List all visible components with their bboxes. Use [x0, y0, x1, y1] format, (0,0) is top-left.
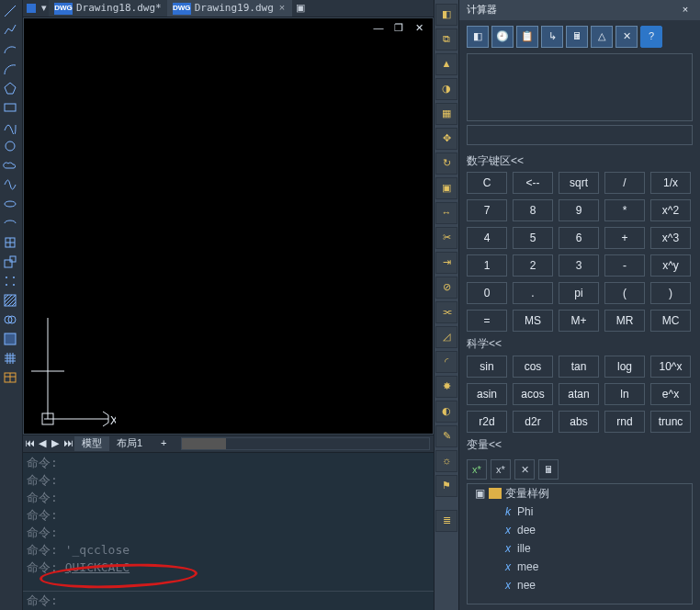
key-5[interactable]: 5 — [513, 227, 553, 249]
calc-help-icon[interactable]: ? — [640, 26, 662, 48]
ellipse-icon[interactable] — [0, 195, 20, 213]
paint-icon[interactable]: ✎ — [435, 425, 457, 447]
calculator-close-icon[interactable]: × — [678, 4, 693, 16]
calc-intersect-icon[interactable]: ✕ — [615, 26, 638, 48]
trim-icon[interactable]: ✂ — [435, 227, 457, 249]
key-trunc[interactable]: trunc — [650, 411, 691, 433]
key-6[interactable]: 6 — [559, 227, 599, 249]
calc-history-icon[interactable]: 🕘 — [491, 26, 514, 48]
key-log[interactable]: log — [604, 356, 645, 378]
key-M[interactable]: M+ — [559, 310, 599, 332]
key-8[interactable]: 8 — [513, 199, 553, 221]
key-9[interactable]: 9 — [559, 199, 599, 221]
var-item[interactable]: xille — [468, 539, 692, 558]
copy-icon[interactable]: ⧉ — [435, 28, 457, 51]
key-7[interactable]: 7 — [467, 199, 507, 221]
key-1[interactable]: 1 — [467, 254, 507, 277]
key-asin[interactable]: asin — [467, 383, 507, 405]
key-cos[interactable]: cos — [513, 356, 553, 378]
erase-icon[interactable]: ◧ — [435, 4, 457, 26]
key-acos[interactable]: acos — [513, 383, 553, 405]
var-edit-icon[interactable]: x* — [491, 459, 511, 480]
polygon-icon[interactable] — [0, 79, 20, 97]
key-0[interactable]: 0 — [467, 282, 507, 304]
tree-root[interactable]: ▣ 变量样例 — [468, 484, 692, 503]
close-icon[interactable]: ✕ — [411, 22, 427, 34]
key-x3[interactable]: x^3 — [650, 227, 691, 249]
key-d2r[interactable]: d2r — [513, 411, 553, 433]
key-sin[interactable]: sin — [467, 356, 507, 378]
key-C[interactable]: C — [467, 172, 507, 194]
key-[interactable]: <-- — [513, 172, 553, 194]
var-item[interactable]: kPhi — [468, 503, 692, 521]
key-r2d[interactable]: r2d — [467, 411, 507, 433]
light-icon[interactable]: ☼ — [435, 450, 457, 472]
key-xy[interactable]: x^y — [650, 254, 691, 277]
spline-icon[interactable] — [0, 118, 20, 136]
query-icon[interactable]: ⚑ — [435, 475, 457, 497]
horizontal-scrollbar[interactable] — [181, 437, 430, 450]
gradient-icon[interactable]: ◐ — [435, 401, 457, 423]
key-ln[interactable]: ln — [604, 383, 645, 405]
key-ex[interactable]: e^x — [650, 383, 691, 405]
array-icon[interactable]: ▦ — [435, 103, 457, 125]
line-icon[interactable] — [0, 2, 20, 20]
key-[interactable]: - — [604, 254, 645, 277]
spline2-icon[interactable] — [0, 175, 20, 194]
tab-dropdown-icon[interactable]: ▾ — [40, 2, 49, 14]
var-item[interactable]: xdee — [468, 521, 692, 539]
command-input[interactable] — [65, 593, 351, 608]
hatch-icon[interactable] — [0, 291, 20, 310]
arc-icon[interactable] — [0, 40, 20, 59]
calc-paste-icon[interactable]: 📋 — [516, 26, 538, 48]
calculator-header[interactable]: 计算器 × — [459, 0, 700, 20]
table-icon[interactable] — [0, 368, 20, 387]
collapse-icon[interactable]: ▣ — [475, 487, 485, 500]
rectangle-icon[interactable] — [0, 98, 20, 117]
close-tab-icon[interactable]: × — [277, 2, 287, 14]
key-x2[interactable]: x^2 — [650, 199, 691, 221]
nav-first-icon[interactable]: ⏮ — [23, 436, 36, 451]
key-tan[interactable]: tan — [559, 356, 599, 378]
stretch-icon[interactable]: ↔ — [435, 202, 457, 224]
layout1-tab[interactable]: 布局1 — [109, 436, 150, 450]
key-[interactable]: / — [604, 172, 645, 194]
extend-icon[interactable]: ⇥ — [435, 252, 457, 274]
key-MS[interactable]: MS — [513, 310, 553, 332]
var-delete-icon[interactable]: ✕ — [514, 459, 535, 480]
key-10x[interactable]: 10^x — [650, 356, 691, 378]
add-tab-button[interactable]: ▣ — [292, 2, 309, 14]
rotate-icon[interactable]: ↻ — [435, 152, 457, 175]
move-icon[interactable]: ✥ — [435, 128, 457, 150]
key-abs[interactable]: abs — [559, 411, 599, 433]
mirror-icon[interactable]: ▲ — [435, 53, 457, 75]
region-icon[interactable] — [0, 311, 20, 329]
grid-icon[interactable] — [0, 349, 20, 367]
var-item[interactable]: xnee — [468, 576, 692, 594]
restore-icon[interactable]: ❐ — [390, 22, 407, 34]
variables-tree[interactable]: ▣ 变量样例 kPhixdeexillexmeexnee — [467, 483, 693, 604]
file-tab-inactive[interactable]: DWG Drawing18.dwg* — [49, 0, 167, 17]
circle-icon[interactable] — [0, 137, 20, 155]
insert-icon[interactable] — [0, 253, 20, 271]
explode-icon[interactable]: ✸ — [435, 376, 457, 398]
key-pi[interactable]: pi — [559, 282, 599, 304]
command-line[interactable]: 命令: — [23, 591, 434, 610]
calculator-input[interactable] — [467, 125, 693, 145]
calc-angle-icon[interactable]: △ — [591, 26, 613, 48]
key-[interactable]: ( — [604, 282, 645, 304]
key-4[interactable]: 4 — [467, 227, 507, 249]
key-MC[interactable]: MC — [650, 310, 691, 332]
block-icon[interactable] — [0, 233, 20, 252]
key-[interactable]: ) — [650, 282, 691, 304]
key-rnd[interactable]: rnd — [604, 411, 645, 433]
scientific-title[interactable]: 科学<< — [467, 337, 693, 350]
key-sqrt[interactable]: sqrt — [559, 172, 599, 194]
calc-getcoords-icon[interactable]: ↳ — [541, 26, 563, 48]
key-[interactable]: * — [604, 199, 645, 221]
break-icon[interactable]: ⊘ — [435, 277, 457, 299]
key-[interactable]: . — [513, 282, 553, 304]
fillet-icon[interactable]: ◜ — [435, 351, 457, 373]
model-tab[interactable]: 模型 — [74, 436, 109, 450]
offset-icon[interactable]: ◑ — [435, 78, 457, 100]
